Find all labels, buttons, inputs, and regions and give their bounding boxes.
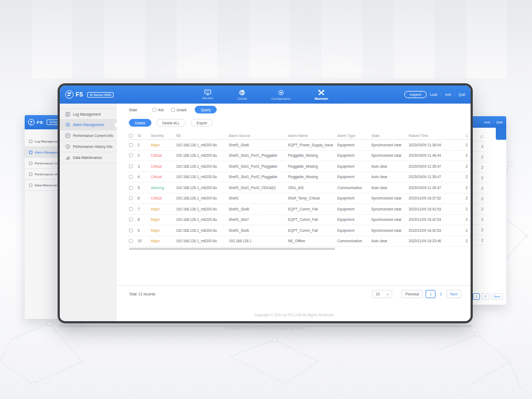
delete-button[interactable]: Delete	[129, 119, 151, 127]
copyright-text: Copyright © 2021 by FS.COM All Rights Re…	[117, 313, 471, 317]
delete-all-button[interactable]: Delete ALL	[156, 119, 186, 127]
cleared-cell: 2	[466, 186, 471, 190]
severity-cell: Major	[151, 207, 176, 211]
performance-icon	[65, 133, 70, 138]
state-cell: Synchronized clear	[371, 196, 409, 200]
cleared-cell: 2	[466, 164, 471, 168]
lock-button[interactable]: Lock	[430, 93, 438, 96]
row-id: 5	[138, 186, 151, 190]
name-cell: Pluggable_Missing	[288, 164, 337, 168]
severity-cell: Major	[151, 239, 176, 243]
row-id: 3	[138, 164, 151, 168]
bg-page-1: 1	[473, 293, 480, 300]
filter-row: State Ack Unack Query	[129, 105, 471, 114]
table-row: 3 Critical 192.168.126.1_m6200-5u Shelf1…	[129, 161, 471, 172]
next-button[interactable]: Next	[446, 290, 461, 298]
cleared-cell: 2	[466, 153, 471, 157]
unack-checkbox[interactable]: Unack	[171, 108, 186, 112]
page-1-button[interactable]: 1	[426, 290, 435, 298]
source-cell: Shelf1_Slot8	[229, 207, 288, 211]
row-checkbox[interactable]	[129, 175, 133, 179]
scrollbar-thumb[interactable]	[129, 248, 335, 250]
type-cell: Communication	[337, 186, 371, 190]
page-size-select[interactable]: 10 ▼	[372, 290, 392, 298]
table-footer: Total: 12 records 10 ▼ Previous 1 2 Next	[117, 285, 471, 321]
row-checkbox[interactable]	[129, 218, 133, 221]
inspect-button[interactable]: Inspect	[404, 91, 427, 98]
sidebar-item-log-management[interactable]: Log Management	[60, 109, 117, 119]
source-cell: Shelf1_Slot6	[229, 229, 288, 232]
user-menu[interactable]: root	[445, 93, 451, 96]
row-checkbox[interactable]	[129, 239, 133, 243]
action-buttons: Delete Delete ALL Export	[129, 119, 471, 127]
fs-logo-icon	[28, 119, 35, 126]
divider: |	[440, 93, 442, 96]
row-checkbox[interactable]	[129, 207, 133, 211]
table-row: 4 Critical 192.168.126.1_m6200-5u Shelf1…	[129, 172, 471, 183]
state-cell: Auto clear	[371, 186, 409, 190]
quit-button[interactable]: Quit	[459, 93, 465, 96]
type-cell: Equipment	[337, 207, 371, 211]
alarm-table: ID Severity NE Alarm Source Alarm Name A…	[129, 132, 471, 250]
raised-cell: 2023/11/09 16:37:52	[409, 196, 466, 200]
severity-cell: Major	[151, 229, 176, 232]
table-row: 5 Warning 192.168.126.1_m6200-5u Shelf1_…	[129, 183, 471, 193]
clock-icon	[65, 144, 70, 149]
ne-cell: 192.168.126.1_m6200-5u	[176, 207, 229, 211]
export-button[interactable]: Export	[191, 119, 213, 127]
table-row: 10 Major 192.168.126.1_m6200-5u 192.168.…	[129, 236, 471, 247]
sidebar-item-performance-history-info[interactable]: Performance History Info	[60, 141, 117, 152]
row-checkbox[interactable]	[129, 229, 133, 232]
cleared-cell: 2	[466, 196, 471, 200]
sidebar-item-alarm-management[interactable]: Alarm Management	[60, 119, 117, 130]
row-checkbox[interactable]	[129, 143, 133, 147]
nav-configuration[interactable]: Configuration	[271, 89, 291, 100]
state-filter-label: State	[129, 108, 152, 112]
col-cleared: C	[466, 134, 471, 138]
horizontal-scrollbar	[129, 248, 471, 250]
checkbox-icon	[171, 108, 175, 112]
row-id: 6	[138, 196, 151, 200]
nav-label: Monitor	[202, 96, 213, 100]
name-cell: Pluggable_Missing	[288, 175, 337, 179]
checkbox-icon	[152, 108, 156, 112]
page-2-button[interactable]: 2	[438, 290, 444, 298]
row-checkbox[interactable]	[129, 196, 133, 200]
type-cell: Equipment	[337, 164, 371, 168]
sidebar-item-data-maintenance[interactable]: Data Maintenance	[60, 152, 117, 163]
log-icon	[65, 112, 70, 117]
nav-monitor[interactable]: Monitor	[202, 89, 213, 100]
main-window: FS M Series NMS Monitor Global	[58, 83, 473, 323]
query-button[interactable]: Query	[195, 106, 217, 113]
severity-cell: Critical	[151, 164, 176, 168]
raised-cell: 2023/11/09 16:42:53	[409, 229, 466, 232]
cleared-cell: 2	[466, 218, 471, 221]
sidebar-item-performance-current-info[interactable]: Performance Current Info	[60, 130, 117, 141]
ne-cell: 192.168.126.1_m6200-5u	[176, 153, 229, 157]
select-all-checkbox[interactable]	[129, 134, 133, 138]
ne-cell: 192.168.126.1_m6200-5u	[176, 229, 229, 232]
divider: |	[454, 93, 455, 96]
row-checkbox[interactable]	[129, 164, 133, 168]
ne-cell: 192.168.126.1_m6200-5u	[176, 218, 229, 221]
brand-name: FS	[76, 92, 83, 98]
nav-global[interactable]: Global	[237, 89, 247, 100]
reflective-floor-decoration	[0, 0, 532, 78]
row-id: 8	[138, 218, 151, 221]
ack-checkbox[interactable]: Ack	[152, 108, 164, 112]
row-checkbox[interactable]	[129, 186, 133, 190]
row-checkbox[interactable]	[129, 153, 133, 157]
table-row: 6 Critical 192.168.126.1_m6200-5u Shelf1…	[129, 193, 471, 204]
nav-maintain[interactable]: Maintain	[315, 89, 328, 100]
table-row: 1 Major 192.168.126.1_m6200-5u Shelf1_Sl…	[129, 140, 471, 151]
sidebar: Log Management Alarm Management Performa…	[60, 104, 117, 321]
col-id: ID	[138, 134, 151, 138]
gear-icon	[278, 89, 284, 96]
bg-page-2: 2	[482, 293, 489, 300]
row-id: 1	[138, 143, 151, 147]
page-size-value: 10	[376, 292, 380, 296]
sidebar-item-label: Performance Current Info	[73, 134, 113, 138]
cleared-cell: 2	[466, 143, 471, 147]
previous-button[interactable]: Previous	[401, 290, 423, 298]
alarm-table-body: 1 Major 192.168.126.1_m6200-5u Shelf1_Sl…	[129, 140, 471, 247]
